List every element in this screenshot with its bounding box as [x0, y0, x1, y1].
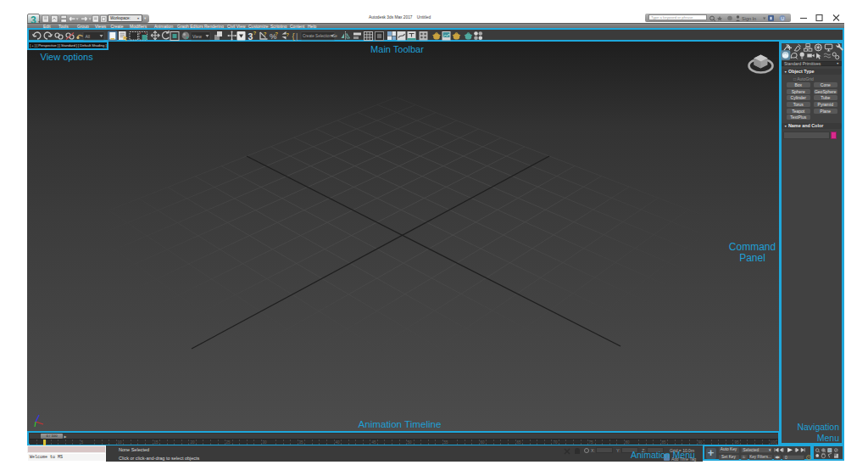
svg-text:{: {	[292, 31, 295, 41]
svg-text:|: |	[296, 31, 298, 41]
svg-text:?: ?	[287, 32, 290, 37]
svg-text:View: View	[192, 34, 202, 39]
svg-text:?: ?	[253, 31, 257, 36]
svg-text:?: ?	[264, 31, 267, 36]
svg-text:3: 3	[248, 31, 253, 42]
svg-text:Sign In: Sign In	[742, 16, 756, 21]
svg-text:?: ?	[275, 31, 279, 36]
svg-text:All: All	[86, 34, 91, 39]
svg-text:U: U	[781, 16, 784, 21]
